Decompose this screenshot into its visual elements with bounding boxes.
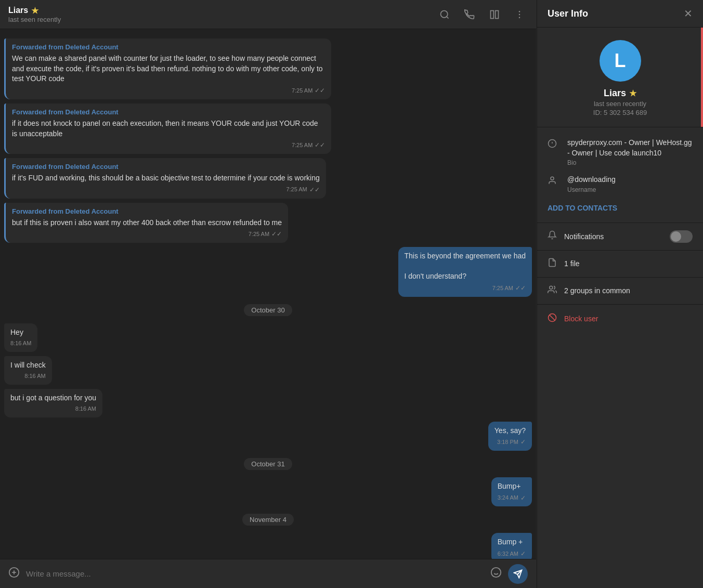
info-icon	[548, 139, 560, 151]
bubble-meta: 7:25 AM ✓✓	[12, 230, 282, 239]
user-info-profile: L Liars ★ last seen recently ID: 5 302 5…	[537, 28, 703, 127]
bubble-text: I will check	[10, 360, 46, 371]
close-button[interactable]: ✕	[684, 7, 693, 20]
user-info-section: spyderproxy.com - Owner | WeHost.gg - Ow…	[537, 127, 703, 223]
block-user-row[interactable]: Block user	[537, 305, 703, 333]
date-separator: November 4	[4, 514, 532, 526]
notifications-label: Notifications	[564, 232, 662, 241]
red-stripe	[701, 28, 703, 127]
table-row: Bump+ 3:24 AM ✓	[4, 477, 532, 506]
username-label: Username	[567, 186, 693, 193]
groups-icon	[548, 285, 557, 297]
bubble-time: 3:24 AM	[498, 494, 518, 502]
username-row: @downloading Username	[548, 171, 693, 198]
chat-panel: Liars ★ last seen recently Forwarded	[0, 0, 537, 588]
check-icon: ✓✓	[271, 230, 282, 239]
bubble-meta: 7:25 AM ✓✓	[12, 141, 325, 150]
profile-name-text: Liars	[604, 88, 626, 99]
check-icon: ✓	[520, 438, 526, 447]
bubble-text: This is beyond the agreement we hadI don…	[405, 251, 526, 282]
bubble-time: 7:25 AM	[249, 230, 269, 238]
bubble-time: 7:25 AM	[292, 141, 313, 149]
svg-point-5	[519, 14, 520, 15]
chat-header-info: Liars ★ last seen recently	[8, 6, 436, 23]
star-icon: ★	[629, 88, 636, 98]
table-row: Forwarded from Deleted Account but if th…	[4, 203, 532, 243]
star-icon: ★	[31, 6, 38, 16]
profile-status: last seen recently	[594, 100, 646, 108]
username-content: @downloading Username	[567, 175, 693, 193]
layout-icon[interactable]	[486, 6, 503, 23]
attachment-icon[interactable]	[8, 567, 20, 581]
bubble-time: 8:16 AM	[10, 339, 31, 347]
send-button[interactable]	[508, 564, 528, 584]
avatar: L	[600, 40, 641, 82]
bio-content: spyderproxy.com - Owner | WeHost.gg - Ow…	[567, 138, 693, 166]
notifications-toggle[interactable]	[670, 230, 693, 243]
incoming-bubble: but i got a question for you 8:16 AM	[4, 389, 102, 417]
forwarded-bubble: Forwarded from Deleted Account but if th…	[4, 203, 288, 243]
incoming-bubble: Hey 8:16 AM	[4, 323, 37, 352]
bubble-text: if it's FUD and working, this should be …	[12, 173, 320, 184]
date-pill: November 4	[242, 514, 294, 526]
more-icon[interactable]	[511, 6, 528, 23]
bubble-meta: 3:18 PM ✓	[494, 438, 526, 447]
files-label: 1 file	[564, 259, 693, 268]
bubble-time: 7:25 AM	[492, 284, 513, 292]
outgoing-bubble: Bump+ 3:24 AM ✓	[491, 477, 532, 506]
files-icon	[548, 258, 557, 270]
chat-header-actions	[436, 6, 528, 23]
input-area	[0, 559, 536, 588]
bio-row: spyderproxy.com - Owner | WeHost.gg - Ow…	[548, 134, 693, 171]
files-row[interactable]: 1 file	[537, 251, 703, 278]
call-icon[interactable]	[461, 6, 478, 23]
bubble-time: 8:16 AM	[24, 372, 45, 380]
bubble-text: Bump +	[498, 537, 526, 547]
outgoing-bubble: Yes, say? 3:18 PM ✓	[488, 422, 532, 451]
svg-point-19	[550, 286, 553, 289]
check-icon: ✓	[520, 494, 526, 503]
table-row: Forwarded from Deleted Account if it's F…	[4, 158, 532, 199]
date-separator: October 31	[4, 458, 532, 470]
bubble-meta: 7:25 AM ✓✓	[405, 284, 526, 293]
notifications-icon	[548, 230, 557, 242]
outgoing-bubble: Bump + 6:32 AM ✓	[491, 533, 532, 559]
bubble-time: 6:32 AM	[498, 550, 518, 558]
groups-row[interactable]: 2 groups in common	[537, 278, 703, 305]
bio-label: Bio	[567, 159, 693, 166]
message-input[interactable]	[26, 569, 484, 578]
incoming-bubble: I will check 8:16 AM	[4, 356, 52, 385]
groups-label: 2 groups in common	[564, 286, 693, 295]
block-icon	[548, 313, 557, 325]
svg-line-1	[447, 16, 449, 18]
bubble-time: 7:25 AM	[292, 87, 313, 95]
bubble-meta: 7:25 AM ✓✓	[12, 86, 325, 95]
check-icon: ✓✓	[515, 284, 526, 293]
bubble-time: 8:16 AM	[75, 405, 96, 413]
bubble-text: We can make a shared panel with counter …	[12, 54, 325, 84]
chat-name: Liars ★	[8, 6, 436, 16]
bubble-time: 3:18 PM	[497, 438, 518, 446]
chat-status: last seen recently	[8, 16, 436, 23]
profile-name: Liars ★	[604, 88, 636, 99]
svg-line-21	[550, 315, 555, 320]
search-icon[interactable]	[436, 6, 453, 23]
check-icon: ✓	[520, 550, 526, 558]
add-contacts-button[interactable]: ADD TO CONTACTS	[548, 200, 693, 216]
table-row: but i got a question for you 8:16 AM	[4, 389, 532, 417]
emoji-icon[interactable]	[490, 567, 502, 581]
svg-rect-2	[491, 10, 494, 18]
bubble-meta: 6:32 AM ✓	[498, 550, 526, 558]
bubble-text: Bump+	[498, 481, 526, 492]
profile-id: ID: 5 302 534 689	[593, 109, 647, 116]
svg-rect-3	[496, 10, 499, 18]
svg-point-6	[519, 17, 520, 18]
outgoing-bubble: This is beyond the agreement we hadI don…	[398, 247, 532, 297]
bubble-meta: 7:25 AM ✓✓	[12, 186, 320, 194]
svg-point-18	[551, 177, 554, 180]
username-icon	[548, 176, 560, 188]
bubble-meta: 3:24 AM ✓	[498, 494, 526, 503]
forwarded-bubble: Forwarded from Deleted Account if it doe…	[4, 103, 331, 154]
table-row: Forwarded from Deleted Account if it doe…	[4, 103, 532, 154]
chat-header: Liars ★ last seen recently	[0, 0, 536, 29]
